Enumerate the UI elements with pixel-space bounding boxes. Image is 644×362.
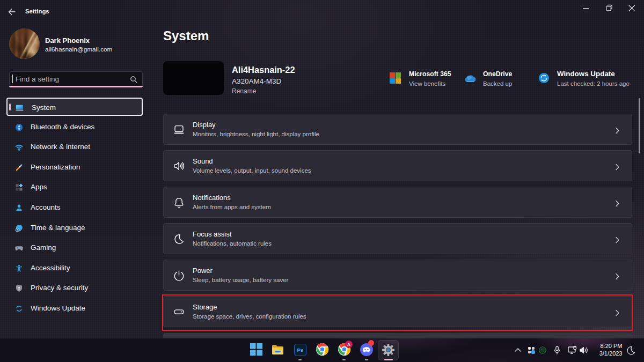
svg-text:A: A bbox=[347, 342, 350, 347]
svg-text:Ps: Ps bbox=[297, 347, 304, 353]
